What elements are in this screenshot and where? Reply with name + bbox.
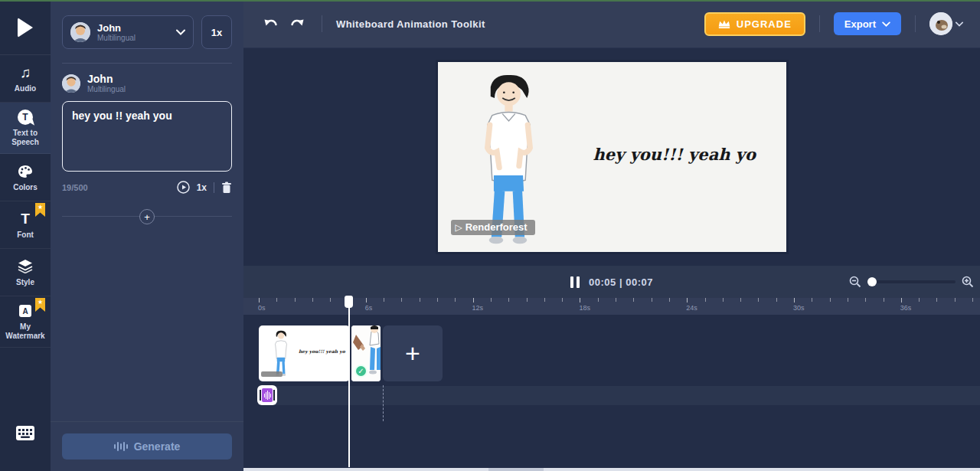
chevron-down-icon[interactable] (956, 21, 963, 27)
preview-canvas: hey you!!! yeah yo ▷ Renderforest (243, 48, 980, 266)
sidebar-item-font[interactable]: ★ T Font (0, 201, 51, 249)
ruler-tick (901, 298, 902, 303)
ruler-tick (455, 298, 456, 302)
playhead-handle[interactable] (345, 296, 353, 308)
audio-track[interactable] (259, 386, 980, 405)
add-voice-block-button[interactable]: + (139, 209, 155, 224)
redo-icon (289, 18, 305, 30)
top-accent-strip (0, 0, 980, 2)
block-speed-button[interactable]: 1x (197, 182, 207, 193)
ruler-tick (830, 298, 831, 302)
divider (915, 15, 916, 32)
sidebar-item-label: Font (17, 231, 34, 240)
play-outline-icon: ▷ (456, 222, 462, 233)
ruler-tick (936, 298, 937, 302)
ruler-label: 12s (472, 304, 484, 312)
horizontal-scrollbar[interactable] (243, 468, 980, 471)
ruler-tick (616, 298, 616, 302)
ruler-tick (384, 298, 384, 302)
ruler-tick (955, 298, 956, 302)
ruler-tick (865, 298, 866, 302)
zoom-out-icon[interactable] (849, 276, 861, 288)
redo-button[interactable] (286, 15, 308, 33)
keyboard-icon (16, 426, 34, 440)
undo-button[interactable] (260, 15, 282, 33)
ruler-tick (420, 298, 420, 302)
app-window: ♫ Audio T Text to Speech Colors ★ T Font… (0, 0, 980, 471)
time-display: 00:05 | 00:07 (589, 276, 653, 288)
sidebar-item-label: Text to Speech (3, 129, 47, 147)
ruler-tick (330, 298, 331, 302)
scrollbar-thumb[interactable] (488, 468, 544, 471)
speech-bubble-icon: T (18, 110, 33, 125)
voice-name: John (97, 22, 136, 34)
ruler-tick (794, 298, 795, 303)
ruler-tick (366, 298, 367, 303)
timeline-clip-1[interactable]: hey you!!! yeah yo (259, 325, 350, 381)
add-scene-button[interactable]: + (383, 325, 443, 381)
ruler-label: 18s (579, 304, 590, 312)
voice-avatar (62, 74, 80, 93)
keyboard-shortcuts-button[interactable] (0, 426, 51, 440)
ruler-tick (544, 298, 545, 302)
ruler-tick (884, 298, 884, 302)
ruler-tick (598, 298, 599, 302)
ruler-tick (972, 298, 973, 302)
sidebar-item-my-watermark[interactable]: ★ A My Watermark (0, 296, 51, 348)
account-avatar[interactable] (929, 12, 952, 35)
play-circle-icon[interactable] (177, 181, 190, 194)
sidebar-item-text-to-speech[interactable]: T Text to Speech (0, 103, 51, 154)
renderforest-watermark: ▷ Renderforest (451, 220, 535, 235)
tts-panel: John Multilingual 1x John Multilingual h… (51, 0, 243, 471)
tts-text-input[interactable]: hey you !! yeah you (62, 101, 232, 172)
ruler-tick (848, 298, 848, 302)
ruler-tick (919, 298, 920, 302)
ruler-tick (562, 298, 563, 302)
sidebar-item-audio[interactable]: ♫ Audio (0, 55, 51, 103)
watermark-doc-icon: A (18, 303, 32, 319)
upgrade-button[interactable]: UPGRADE (704, 12, 805, 36)
export-button[interactable]: Export (834, 12, 901, 35)
voice-subtitle: Multilingual (97, 34, 136, 42)
ruler-tick (473, 298, 474, 303)
playhead-line (348, 308, 350, 467)
timeline-ruler[interactable]: 0s6s12s18s24s30s36s (243, 298, 980, 315)
chevron-down-icon (882, 21, 890, 27)
ruler-tick (812, 298, 812, 302)
pause-button[interactable] (570, 276, 580, 288)
ruler-label: 24s (686, 304, 697, 312)
svg-text:A: A (22, 307, 28, 316)
trash-icon[interactable] (221, 182, 232, 194)
ruler-label: 0s (258, 304, 266, 312)
topbar: Whiteboard Animation Toolkit UPGRADE Exp… (243, 0, 980, 48)
generate-button[interactable]: Generate (62, 433, 232, 460)
undo-icon (263, 18, 279, 30)
sidebar-item-colors[interactable]: Colors (0, 154, 51, 201)
ruler-tick (687, 298, 688, 303)
sidebar-item-style[interactable]: Style (0, 249, 51, 296)
plus-icon: + (144, 212, 150, 222)
ruler-tick (401, 298, 402, 302)
slider-knob[interactable] (867, 277, 877, 286)
ruler-tick (633, 298, 634, 302)
ruler-tick (276, 298, 277, 302)
ruler-tick (259, 298, 260, 303)
player-controls: 00:05 | 00:07 (243, 266, 980, 298)
font-letter-icon: T (21, 211, 30, 227)
timeline-clip-2[interactable]: ✓ (351, 325, 381, 381)
timeline-zoom-slider[interactable] (867, 280, 956, 283)
check-icon: ✓ (358, 367, 364, 375)
sidebar-item-label: Style (16, 278, 34, 287)
voice-selector-dropdown[interactable]: John Multilingual (62, 15, 194, 49)
global-speed-button[interactable]: 1x (201, 15, 232, 49)
clip-thumbnail-character (271, 330, 291, 378)
video-preview[interactable]: hey you!!! yeah yo ▷ Renderforest (438, 62, 786, 252)
ruler-tick (508, 298, 509, 302)
ruler-tick (669, 298, 670, 302)
project-title: Whiteboard Animation Toolkit (336, 18, 485, 30)
zoom-in-icon[interactable] (962, 276, 974, 288)
playhead[interactable] (345, 296, 354, 467)
audio-clip[interactable] (257, 385, 277, 405)
brand-logo[interactable] (0, 0, 51, 55)
crown-icon (718, 19, 730, 29)
